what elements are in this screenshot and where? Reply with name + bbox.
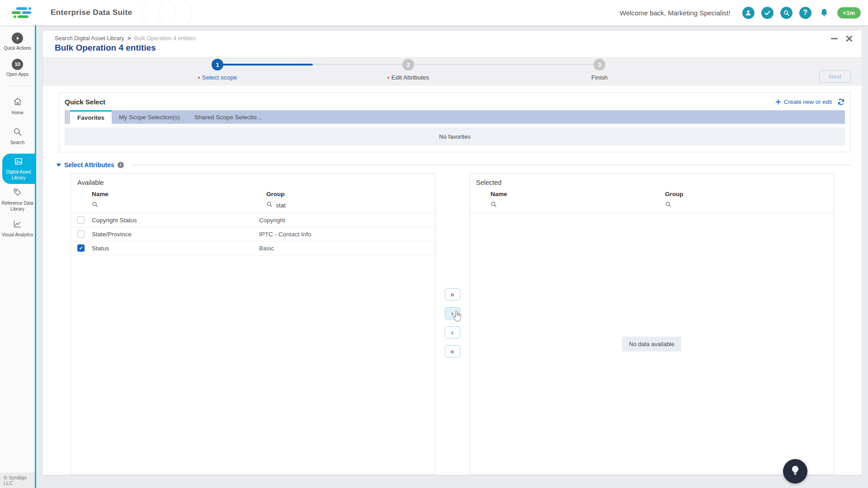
wizard-stepper: 1 2 3 Select scope Edit Attributes Finis… xyxy=(43,57,862,86)
stepper-progress xyxy=(217,64,313,66)
search-icon xyxy=(491,201,497,209)
attribute-group: Copyright xyxy=(259,217,285,224)
minimize-icon[interactable] xyxy=(831,38,838,39)
step-1-label: Select scope xyxy=(198,74,237,81)
sidebar-item-digital-asset-library[interactable]: Digital Asset Library xyxy=(2,154,35,184)
select-attributes-header: Select Attributes i xyxy=(57,161,851,169)
attribute-group: Basic xyxy=(259,245,274,252)
tab-shared-scope-selections[interactable]: Shared Scope Selectio... xyxy=(187,110,269,124)
available-panel: Available Name Group xyxy=(71,173,435,475)
no-favorites-message: No favorites xyxy=(65,127,845,145)
open-apps-count-badge: 10 xyxy=(12,59,23,70)
sidebar-item-home[interactable]: Home xyxy=(0,93,35,120)
main-content: Search Digital Asset Library > Bulk Oper… xyxy=(38,25,868,488)
breadcrumb-current: Bulk Operation 4 entities xyxy=(134,35,196,42)
step-1-circle[interactable]: 1 xyxy=(212,59,223,70)
tab-my-scope-selections[interactable]: My Scope Selection(s) xyxy=(112,110,187,124)
table-row[interactable]: Status Basic xyxy=(71,241,435,255)
column-header-name: Name xyxy=(92,191,266,197)
breadcrumb-parent[interactable]: Search Digital Asset Library xyxy=(55,35,124,42)
refresh-icon[interactable] xyxy=(837,98,845,106)
available-group-search-input[interactable] xyxy=(276,202,375,209)
step-3-label: Finish xyxy=(591,74,608,81)
search-icon xyxy=(13,127,22,138)
image-icon xyxy=(14,157,23,168)
table-row[interactable]: State/Province IPTC - Contact Info xyxy=(71,227,435,241)
required-dot xyxy=(198,77,200,79)
selected-group-search-input[interactable] xyxy=(675,202,774,209)
create-new-or-edit-link[interactable]: Create new or edit xyxy=(775,98,845,106)
lightbulb-icon xyxy=(789,465,801,478)
search-icon[interactable] xyxy=(780,7,793,19)
selected-name-search-input[interactable] xyxy=(500,202,599,209)
attribute-transfer-area: Available Name Group xyxy=(71,173,834,475)
column-header-group: Group xyxy=(266,191,285,197)
top-header: Enterprise Data Suite Welcome back, Mark… xyxy=(0,0,868,25)
tab-favorites[interactable]: Favorites xyxy=(70,110,112,124)
move-left-button[interactable]: ‹ xyxy=(445,326,460,338)
step-2-label: Edit Attributes xyxy=(387,74,429,81)
app-title: Enterprise Data Suite xyxy=(51,8,132,17)
sidebar-item-visual-analytics[interactable]: Visual Analytics xyxy=(0,216,35,242)
info-icon[interactable]: i xyxy=(118,162,124,168)
home-icon xyxy=(13,97,23,108)
section-rule xyxy=(131,165,851,165)
plus-icon xyxy=(775,99,781,105)
sidebar-item-open-apps[interactable]: 10 Open Apps xyxy=(0,55,35,81)
available-title: Available xyxy=(71,174,435,187)
row-checkbox[interactable] xyxy=(77,216,85,224)
step-3-circle[interactable]: 3 xyxy=(594,59,605,70)
no-data-message: No data available xyxy=(622,337,681,352)
notifications-icon[interactable] xyxy=(818,7,830,19)
sidebar-item-search[interactable]: Search xyxy=(0,123,35,150)
breadcrumb: Search Digital Asset Library > Bulk Oper… xyxy=(55,35,196,42)
session-timer-badge[interactable]: <1m xyxy=(837,7,861,19)
collapse-caret-icon[interactable] xyxy=(57,164,61,167)
column-header-group: Group xyxy=(665,191,684,197)
selected-panel: Selected Name Group xyxy=(469,173,834,475)
required-dot xyxy=(387,77,389,79)
sidebar-item-reference-data-library[interactable]: Reference Data Library xyxy=(0,184,35,216)
tag-icon xyxy=(13,188,22,199)
row-checkbox[interactable] xyxy=(77,230,85,238)
tabstrip-lead xyxy=(65,110,70,124)
move-all-left-button[interactable]: « xyxy=(445,345,460,357)
user-icon[interactable] xyxy=(742,7,755,19)
welcome-text: Welcome back, Marketing Specialist! xyxy=(620,9,731,17)
search-icon xyxy=(92,201,98,209)
search-icon xyxy=(266,201,273,209)
available-name-search-input[interactable] xyxy=(101,202,201,209)
help-tips-fab[interactable] xyxy=(783,459,807,483)
quick-select-title: Quick Select xyxy=(65,98,105,106)
transfer-buttons: » › ‹ « xyxy=(435,173,469,475)
selected-title: Selected xyxy=(470,174,834,187)
row-checkbox[interactable] xyxy=(77,244,85,252)
search-icon xyxy=(665,201,671,209)
syndigo-logo-icon[interactable] xyxy=(12,7,35,18)
attribute-group: IPTC - Contact Info xyxy=(259,231,311,238)
scope-tabs: Favorites My Scope Selection(s) Shared S… xyxy=(65,110,845,124)
close-icon[interactable] xyxy=(846,35,853,42)
help-icon[interactable]: ? xyxy=(799,7,811,19)
copyright-footer: © Syndigo LLC xyxy=(0,473,35,488)
check-circle-icon[interactable] xyxy=(761,7,774,19)
step-2-circle[interactable]: 2 xyxy=(402,59,414,70)
attribute-name: Status xyxy=(92,245,259,252)
move-right-button[interactable]: › xyxy=(445,307,460,319)
page-title: Bulk Operation 4 entities xyxy=(43,42,862,53)
sidebar-divider xyxy=(5,85,29,86)
table-row[interactable]: Copyright Status Copyright xyxy=(71,213,435,227)
breadcrumb-separator: > xyxy=(127,35,131,42)
bulk-operation-dialog: Search Digital Asset Library > Bulk Oper… xyxy=(43,31,862,475)
left-sidebar: Quick Actions 10 Open Apps Home Search D… xyxy=(0,25,36,488)
move-all-right-button[interactable]: » xyxy=(445,288,460,300)
attribute-name: Copyright Status xyxy=(92,217,259,224)
attribute-name: State/Province xyxy=(92,231,259,238)
select-attributes-title[interactable]: Select Attributes xyxy=(64,161,114,169)
next-button[interactable]: Next xyxy=(819,70,851,83)
decorative-circle xyxy=(158,0,192,25)
quick-select-panel: Quick Select Create new or edit Favorite… xyxy=(59,92,851,152)
sidebar-item-quick-actions[interactable]: Quick Actions xyxy=(0,29,35,55)
column-header-name: Name xyxy=(491,191,665,197)
lightning-bolt-icon xyxy=(12,33,23,44)
